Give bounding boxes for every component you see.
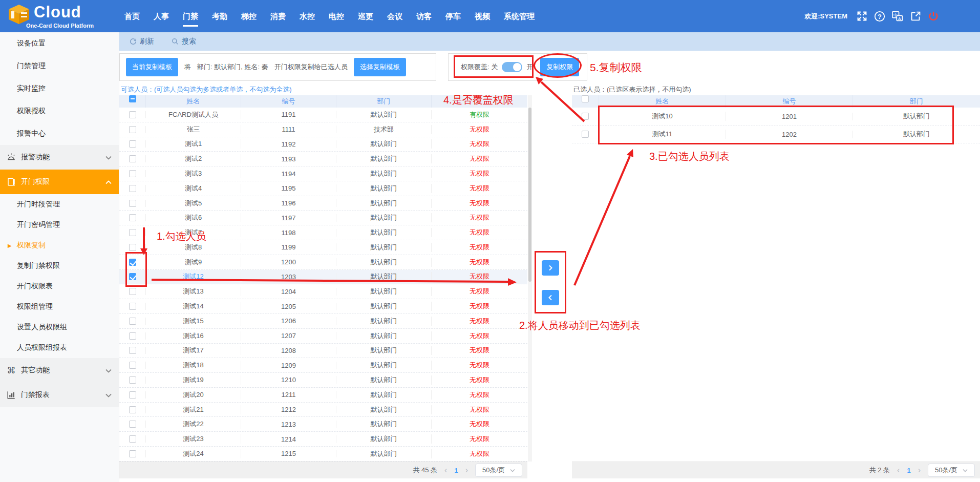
move-right-button[interactable]	[542, 260, 559, 276]
row-checkbox[interactable]	[129, 111, 136, 118]
row-checkbox[interactable]	[129, 391, 136, 399]
left-next-page-icon[interactable]: ›	[463, 466, 470, 475]
row-checkbox[interactable]	[129, 406, 136, 413]
refresh-button[interactable]: 刷新	[130, 37, 154, 46]
sidebar-item-17[interactable]: 门禁报表	[0, 383, 119, 407]
nav-item-9[interactable]: 巡更	[358, 0, 373, 32]
nav-item-7[interactable]: 水控	[300, 0, 315, 32]
row-checkbox[interactable]	[129, 435, 136, 443]
row-checkbox[interactable]	[129, 229, 136, 236]
sidebar-item-1[interactable]: 设备位置	[0, 32, 119, 55]
sidebar-item-14[interactable]: 设置人员权限组	[0, 317, 119, 338]
sidebar-item-7[interactable]: 开门权限	[0, 170, 119, 194]
table-row[interactable]: 测试71198默认部门无权限	[119, 225, 527, 240]
move-left-button[interactable]	[542, 290, 559, 305]
table-row[interactable]: 测试101201默认部门	[572, 108, 980, 125]
left-prev-page-icon[interactable]: ‹	[442, 466, 449, 475]
sidebar-item-6[interactable]: 报警功能	[0, 145, 119, 170]
sidebar-item-2[interactable]: 门禁管理	[0, 55, 119, 77]
table-row[interactable]: 测试131204默认部门无权限	[119, 284, 527, 299]
table-row[interactable]: 测试161207默认部门无权限	[119, 329, 527, 344]
row-checkbox[interactable]	[129, 126, 136, 133]
table-row[interactable]: 测试181209默认部门无权限	[119, 358, 527, 373]
row-checkbox[interactable]	[129, 288, 136, 295]
sidebar-item-16[interactable]: ⌘其它功能	[0, 358, 119, 383]
table-row[interactable]: 测试61197默认部门无权限	[119, 211, 527, 225]
row-checkbox[interactable]	[129, 214, 136, 221]
row-checkbox[interactable]	[129, 244, 136, 251]
table-row[interactable]: 测试171208默认部门无权限	[119, 344, 527, 359]
table-row[interactable]: 测试201211默认部门无权限	[119, 388, 527, 403]
table-row[interactable]: 测试31194默认部门无权限	[119, 166, 527, 181]
table-row[interactable]: 测试211212默认部门无权限	[119, 403, 527, 417]
nav-item-13[interactable]: 视频	[475, 0, 490, 32]
row-checkbox[interactable]	[129, 347, 136, 354]
nav-item-11[interactable]: 访客	[416, 0, 432, 32]
row-checkbox[interactable]	[129, 155, 136, 162]
table-row[interactable]: 测试221213默认部门无权限	[119, 417, 527, 432]
nav-item-4[interactable]: 考勤	[212, 0, 227, 32]
row-checkbox[interactable]	[129, 140, 136, 148]
current-template-button[interactable]: 当前复制模板	[126, 58, 178, 76]
table-row[interactable]: 测试241215默认部门无权限	[119, 447, 527, 462]
select-all-checkbox[interactable]	[129, 95, 136, 102]
table-row[interactable]: 测试51196默认部门无权限	[119, 196, 527, 211]
table-row[interactable]: 测试121203默认部门无权限	[119, 270, 527, 285]
row-checkbox[interactable]	[129, 318, 136, 325]
left-page-size-select[interactable]: 50条/页	[475, 464, 522, 477]
right-next-page-icon[interactable]: ›	[916, 466, 923, 475]
nav-item-1[interactable]: 首页	[124, 0, 140, 32]
table-row[interactable]: 测试191210默认部门无权限	[119, 373, 527, 388]
new-window-icon[interactable]	[910, 11, 921, 22]
table-row[interactable]: 测试91200默认部门无权限	[119, 255, 527, 270]
left-current-page[interactable]: 1	[454, 467, 458, 474]
table-row[interactable]: FCARD测试人员1191默认部门有权限	[119, 108, 527, 122]
sidebar-item-4[interactable]: 权限授权	[0, 100, 119, 122]
row-checkbox[interactable]	[129, 170, 136, 177]
table-row[interactable]: 测试81199默认部门无权限	[119, 240, 527, 255]
nav-item-8[interactable]: 电控	[329, 0, 344, 32]
table-row[interactable]: 测试11192默认部门无权限	[119, 137, 527, 152]
translate-icon[interactable]: 中A	[892, 11, 903, 22]
nav-item-3[interactable]: 门禁	[183, 0, 198, 32]
sidebar-item-8[interactable]: 开门时段管理	[0, 194, 119, 215]
help-icon[interactable]: ?	[874, 11, 885, 22]
sidebar-item-12[interactable]: 开门权限表	[0, 276, 119, 297]
nav-item-2[interactable]: 人事	[154, 0, 169, 32]
sidebar-item-3[interactable]: 实时监控	[0, 77, 119, 100]
row-checkbox[interactable]	[129, 273, 136, 280]
select-all-checkbox[interactable]	[582, 95, 589, 102]
sidebar-item-11[interactable]: 复制门禁权限	[0, 256, 119, 276]
right-current-page[interactable]: 1	[907, 467, 910, 474]
table-row[interactable]: 测试21193默认部门无权限	[119, 152, 527, 166]
sidebar-item-9[interactable]: 开门密码管理	[0, 215, 119, 235]
row-checkbox[interactable]	[129, 185, 136, 192]
row-checkbox[interactable]	[129, 376, 136, 384]
table-row[interactable]: 测试111202默认部门	[572, 125, 980, 143]
row-checkbox[interactable]	[129, 421, 136, 428]
row-checkbox[interactable]	[129, 259, 136, 266]
right-page-size-select[interactable]: 50条/页	[928, 464, 975, 477]
select-template-button[interactable]: 选择复制模板	[354, 58, 406, 76]
sidebar-item-5[interactable]: 报警中心	[0, 122, 119, 145]
sidebar-item-13[interactable]: 权限组管理	[0, 297, 119, 317]
scrollbar-thumb[interactable]	[528, 108, 531, 282]
right-prev-page-icon[interactable]: ‹	[895, 466, 902, 475]
sidebar-item-10[interactable]: ▶权限复制	[0, 235, 119, 256]
search-button[interactable]: 搜索	[172, 37, 196, 46]
fullscreen-icon[interactable]	[856, 11, 867, 22]
row-checkbox[interactable]	[582, 131, 589, 138]
table-row[interactable]: 张三1111技术部无权限	[119, 122, 527, 137]
table-row[interactable]: 测试41195默认部门无权限	[119, 181, 527, 196]
row-checkbox[interactable]	[129, 362, 136, 369]
override-toggle[interactable]	[502, 62, 522, 72]
table-row[interactable]: 测试231214默认部门无权限	[119, 432, 527, 447]
sidebar-item-15[interactable]: 人员权限组报表	[0, 338, 119, 358]
row-checkbox[interactable]	[582, 113, 589, 120]
nav-item-10[interactable]: 会议	[387, 0, 402, 32]
table-row[interactable]: 测试141205默认部门无权限	[119, 299, 527, 314]
nav-item-12[interactable]: 停车	[445, 0, 461, 32]
row-checkbox[interactable]	[129, 200, 136, 207]
nav-item-6[interactable]: 消费	[270, 0, 286, 32]
nav-item-5[interactable]: 梯控	[241, 0, 257, 32]
